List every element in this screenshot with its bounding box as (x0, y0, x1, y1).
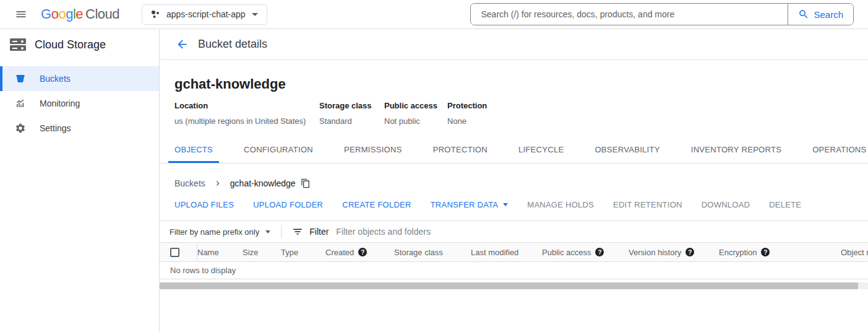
filter-label: Filter (309, 227, 329, 237)
google-cloud-logo[interactable]: GoogleCloud (41, 6, 119, 22)
horizontal-scrollbar-thumb[interactable] (160, 282, 858, 289)
chevron-right-icon (213, 178, 223, 188)
filter-bar: Filter by name prefix only Filter (160, 221, 868, 243)
sidebar-item-label: Settings (40, 123, 71, 133)
help-icon[interactable] (358, 248, 367, 256)
column-header-type[interactable]: Type (281, 248, 325, 257)
sidebar-item-settings[interactable]: Settings (0, 116, 159, 141)
bucket-name: gchat-knowledge (174, 76, 868, 92)
sidebar-nav: Buckets Monitoring Settings (0, 66, 159, 141)
meta-public-access: Public access Not public (384, 101, 447, 126)
top-bar: GoogleCloud apps-script-chat-app Search (0, 0, 868, 29)
filter-scope-dropdown[interactable]: Filter by name prefix only (170, 227, 270, 237)
bucket-meta: Location us (multiple regions in United … (174, 101, 868, 126)
create-folder-button[interactable]: CREATE FOLDER (342, 200, 411, 209)
column-header-last-modified[interactable]: Last modified (471, 248, 542, 257)
search-icon (798, 9, 809, 20)
sidebar-item-monitoring[interactable]: Monitoring (0, 91, 159, 116)
page-title: Bucket details (198, 38, 267, 51)
sidebar-item-buckets[interactable]: Buckets (0, 66, 159, 91)
meta-location: Location us (multiple regions in United … (174, 101, 319, 126)
help-icon[interactable] (685, 248, 694, 256)
download-button[interactable]: DOWNLOAD (702, 200, 750, 209)
edit-retention-button[interactable]: EDIT RETENTION (613, 200, 682, 209)
cloud-wordmark: Cloud (85, 6, 119, 22)
hamburger-menu-icon[interactable] (14, 7, 28, 22)
filter-objects-input[interactable] (336, 227, 868, 237)
column-header-public-access[interactable]: Public access (542, 248, 629, 257)
bucket-icon (15, 73, 26, 84)
divider (281, 225, 281, 238)
search-button-label: Search (814, 9, 843, 20)
breadcrumb: Buckets gchat-knowledge (174, 178, 868, 188)
tab-permissions[interactable]: PERMISSIONS (338, 145, 408, 163)
breadcrumb-buckets-link[interactable]: Buckets (174, 178, 205, 188)
column-header-name[interactable]: Name (197, 248, 243, 257)
column-header-created[interactable]: Created (325, 248, 394, 257)
select-all-cell (160, 243, 197, 261)
sidebar-item-label: Monitoring (40, 98, 80, 108)
main-content: Bucket details gchat-knowledge Location … (160, 29, 868, 332)
column-header-storage-class[interactable]: Storage class (394, 248, 471, 257)
tab-observability[interactable]: OBSERVABILITY (588, 145, 666, 163)
tab-bar: OBJECTS CONFIGURATION PERMISSIONS PROTEC… (160, 145, 868, 164)
horizontal-scrollbar-track[interactable] (160, 282, 868, 289)
chevron-down-icon (503, 203, 508, 206)
google-wordmark: Google (41, 6, 83, 22)
column-header-size[interactable]: Size (243, 248, 281, 257)
tab-lifecycle[interactable]: LIFECYCLE (512, 145, 570, 163)
help-icon[interactable] (761, 248, 770, 256)
tab-configuration[interactable]: CONFIGURATION (238, 145, 319, 163)
select-all-checkbox[interactable] (170, 248, 179, 257)
tab-operations[interactable]: OPERATIONS (806, 145, 868, 163)
action-toolbar: UPLOAD FILES UPLOAD FOLDER CREATE FOLDER… (174, 200, 868, 209)
tab-protection[interactable]: PROTECTION (427, 145, 494, 163)
upload-files-button[interactable]: UPLOAD FILES (174, 200, 234, 209)
global-search: Search (470, 3, 854, 25)
meta-protection: Protection None (447, 101, 487, 126)
empty-table-message: No rows to display (160, 262, 868, 279)
sidebar-header: Cloud Storage (0, 29, 159, 60)
sidebar-item-label: Buckets (40, 74, 71, 84)
project-icon (151, 10, 160, 19)
upload-folder-button[interactable]: UPLOAD FOLDER (253, 200, 323, 209)
transfer-data-button[interactable]: TRANSFER DATA (431, 200, 509, 209)
meta-storage-class: Storage class Standard (319, 101, 384, 126)
monitoring-icon (15, 98, 26, 109)
column-header-version-history[interactable]: Version history (629, 248, 719, 257)
filter-icon (292, 226, 303, 237)
sidebar: Cloud Storage Buckets Monitoring Setting… (0, 29, 160, 332)
breadcrumb-current: gchat-knowledge (230, 178, 296, 188)
sidebar-title: Cloud Storage (35, 38, 106, 51)
help-icon[interactable] (595, 248, 604, 256)
cloud-storage-icon (10, 38, 26, 51)
back-arrow-icon[interactable] (174, 37, 189, 52)
tab-objects[interactable]: OBJECTS (168, 145, 219, 163)
manage-holds-button[interactable]: MANAGE HOLDS (527, 200, 594, 209)
settings-gear-icon (15, 123, 26, 134)
search-input[interactable] (471, 4, 788, 25)
tab-inventory-reports[interactable]: INVENTORY REPORTS (685, 145, 788, 163)
page-header: Bucket details (160, 29, 868, 60)
project-name: apps-script-chat-app (166, 9, 246, 19)
copy-icon[interactable] (301, 178, 311, 188)
delete-button[interactable]: DELETE (769, 200, 801, 209)
column-header-object-retention[interactable]: Object retention (841, 248, 868, 257)
search-button[interactable]: Search (788, 4, 853, 25)
chevron-down-icon (252, 13, 258, 16)
column-header-encryption[interactable]: Encryption (719, 248, 841, 257)
chevron-down-icon (265, 230, 270, 234)
table-header-row: Name Size Type Created Storage class Las… (160, 243, 868, 262)
project-selector[interactable]: apps-script-chat-app (142, 4, 267, 25)
